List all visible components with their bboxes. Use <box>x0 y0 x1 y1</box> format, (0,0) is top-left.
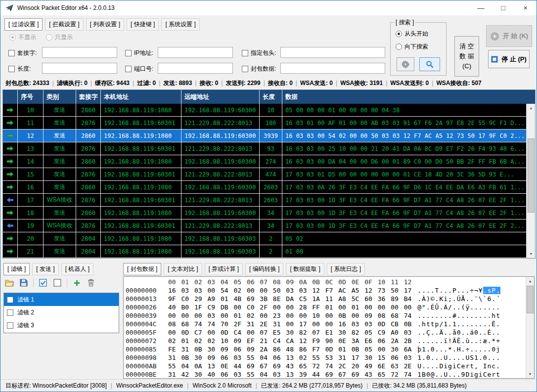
table-row[interactable]: 14发送2860192.168.88.119:1080192.168.88.11… <box>3 155 527 168</box>
hex-scrollbar[interactable]: ▲ ▼ <box>526 277 534 378</box>
search-button[interactable] <box>419 57 440 71</box>
hex-ascii[interactable]: 1.0...U....US1.0... <box>417 353 500 362</box>
tab-send[interactable]: [ 发送 ] <box>32 263 58 275</box>
hex-bytes[interactable]: 02 01 02 02 10 09 EF 21 C4 CA 12 F9 90 0… <box>168 337 411 345</box>
stop-button[interactable]: 停 止 (P) <box>488 50 530 68</box>
hex-ascii[interactable]: U....DigiCert, Inc. <box>417 362 500 370</box>
checkbox-packet-data[interactable] <box>242 66 248 72</box>
hex-offset[interactable]: 0000004C <box>126 320 168 328</box>
checkbox-length[interactable] <box>8 66 15 72</box>
table-row[interactable]: 11发送2876192.168.88.119:60301121.229.88.2… <box>3 117 527 130</box>
scroll-up-icon[interactable]: ▲ <box>526 277 534 285</box>
hex-ascii[interactable]: .http/1.1........Ë. <box>417 320 500 328</box>
hex-ascii[interactable]: @°.ÉÛ.À/..(ÿ....... <box>417 303 500 311</box>
hex-ascii[interactable]: ....T...P...÷¬¥.sP. <box>417 286 500 295</box>
table-row[interactable]: 18发送2860192.168.88.119:1080192.168.88.11… <box>3 207 527 219</box>
filter-list-item[interactable]: 滤镜 3 <box>4 319 119 332</box>
tab-robot[interactable]: [ 机器人 ] <box>61 263 93 275</box>
hex-offset[interactable]: 00000013 <box>126 295 168 303</box>
table-row[interactable]: 15发送2876192.168.88.119:60301121.229.88.2… <box>3 168 527 181</box>
table-row[interactable]: 10发送2860192.168.88.119:1080192.168.88.11… <box>3 104 527 117</box>
table-row[interactable]: 13发送2876192.168.88.119:60301121.229.88.2… <box>3 142 527 155</box>
hex-offset[interactable]: 00000072 <box>126 337 168 345</box>
checked-box-icon[interactable] <box>38 278 48 288</box>
table-row[interactable]: 19WSA接收2876192.168.88.119:60301121.229.8… <box>3 219 527 232</box>
hex-ascii[interactable]: ..Ç..Ä..å0..á0..É.. <box>417 328 500 337</box>
input-ip-address[interactable] <box>158 47 233 58</box>
trash-icon[interactable] <box>86 278 96 288</box>
hex-offset[interactable]: 00000039 <box>126 311 168 320</box>
maximize-button[interactable]: □ <box>492 0 514 15</box>
input-port[interactable] <box>158 63 233 74</box>
tab-packet-data[interactable]: [ 封包数据 ] <box>123 263 161 275</box>
start-button[interactable]: 开 始 (K) <box>486 25 532 47</box>
scrollbar-thumb[interactable] <box>528 138 535 213</box>
hex-bytes[interactable]: 31 0B 30 09 06 03 55 04 06 13 02 55 53 3… <box>168 353 411 362</box>
scroll-up-icon[interactable]: ▲ <box>527 104 535 112</box>
input-length[interactable] <box>42 63 117 74</box>
clear-data-button[interactable]: 清 空 数 据 (C) <box>454 36 479 77</box>
unchecked-box-icon[interactable] <box>7 297 13 303</box>
radio-show-only[interactable]: 只显示 <box>46 33 73 42</box>
filter-list-item[interactable]: 滤镜 1 <box>4 293 119 306</box>
input-packet-data[interactable] <box>280 63 385 74</box>
table-row[interactable]: 17WSA接收2876192.168.88.119:60301121.229.8… <box>3 194 527 207</box>
hex-ascii[interactable]: þ1.0...*.H.÷.....0j <box>417 345 500 353</box>
hex-offset[interactable]: 00000000 <box>126 286 168 295</box>
hex-offset[interactable]: 0000005F <box>126 328 168 337</box>
hex-ascii[interactable]: ......ï!ÄÊ.ù..:æ.*+ <box>417 337 500 345</box>
tab-system-log[interactable]: [ 系统日志 ] <box>327 263 365 275</box>
table-row[interactable]: 12发送2860192.168.88.119:1080192.168.88.11… <box>3 130 527 142</box>
hex-ascii[interactable]: .À)©.Ki;.ÚÅ..¨\`6.´ <box>417 295 500 303</box>
add-plus-icon[interactable] <box>72 278 82 288</box>
hex-view[interactable]: 00 01 02 03 04 05 06 07 08 09 0A 0B 0C 0… <box>123 276 535 379</box>
save-icon[interactable] <box>19 278 29 288</box>
scroll-down-icon[interactable]: ▼ <box>527 250 535 258</box>
hex-offset[interactable]: 00000085 <box>126 345 168 353</box>
hex-bytes[interactable]: 00 0D C7 00 0D C4 00 07 E5 30 82 07 E1 3… <box>168 328 411 337</box>
radio-search-downward[interactable]: 向下搜索 <box>396 43 428 51</box>
close-button[interactable]: × <box>514 0 537 15</box>
hex-ascii[interactable]: ........#........ht <box>417 311 500 320</box>
hex-bytes[interactable]: 00 00 00 03 00 01 02 00 23 00 00 10 00 0… <box>168 311 411 320</box>
hex-offset[interactable]: 000000BE <box>126 370 168 379</box>
unchecked-box-icon[interactable] <box>52 278 62 288</box>
tab-filters[interactable]: [ 滤镜 ] <box>3 263 30 275</box>
packet-table-scrollbar[interactable]: ▲ ▼ <box>527 104 535 258</box>
hex-ascii[interactable]: 1B0@..U...9DigiCert <box>417 370 500 379</box>
tab-text-compare[interactable]: [ 文本对比 ] <box>164 263 202 275</box>
table-row[interactable]: 21发送2804192.168.88.119:1080192.168.88.11… <box>3 245 527 258</box>
hex-bytes[interactable]: 08 68 74 74 70 2F 31 2E 31 00 17 00 00 1… <box>168 320 411 328</box>
checkbox-port[interactable] <box>125 66 132 72</box>
table-row[interactable]: 16发送2860192.168.88.119:1080192.168.88.11… <box>3 181 527 194</box>
hex-column-header: 00 01 02 03 04 05 06 07 08 09 0A 0B 0C 0… <box>168 278 411 286</box>
table-row[interactable]: 20发送2804192.168.88.119:1080192.168.88.11… <box>3 232 527 245</box>
hex-bytes[interactable]: 40 B0 1F C9 DB 00 C0 2F 00 00 28 FF 01 0… <box>168 303 411 311</box>
hex-bytes[interactable]: FE 31 0B 30 09 06 09 2A 86 48 86 F7 0D 0… <box>168 345 411 353</box>
radio-search-from-start[interactable]: 从头开始 <box>396 30 428 38</box>
open-folder-icon[interactable] <box>4 278 14 288</box>
tab-encoding-convert[interactable]: [ 编码转换 ] <box>245 263 283 275</box>
input-packet-header[interactable] <box>280 47 385 58</box>
hex-offset[interactable]: 00000026 <box>126 303 168 311</box>
scroll-down-icon[interactable]: ▼ <box>526 370 534 378</box>
search-settings-button[interactable] <box>397 57 414 71</box>
hex-offset[interactable]: 00000098 <box>126 353 168 362</box>
scrollbar-thumb[interactable] <box>527 286 534 313</box>
unchecked-box-icon[interactable] <box>7 322 13 329</box>
checkbox-socket[interactable] <box>8 50 15 56</box>
radio-hide[interactable]: 不显示 <box>9 33 36 42</box>
tab-xor-calc[interactable]: [ 异或计算 ] <box>205 263 243 275</box>
checkbox-packet-header[interactable] <box>242 50 248 56</box>
minimize-button[interactable]: — <box>470 0 492 15</box>
tab-data-extract[interactable]: [ 数据提取 ] <box>286 263 324 275</box>
hex-bytes[interactable]: 16 03 03 00 54 02 00 00 50 03 03 12 F7 A… <box>168 286 411 295</box>
hex-bytes[interactable]: 55 04 0A 13 0E 44 69 67 69 43 65 72 74 2… <box>168 362 411 370</box>
filter-list-item[interactable]: 滤镜 2 <box>4 306 119 319</box>
hex-bytes[interactable]: 31 42 30 40 06 03 55 04 03 13 39 44 69 6… <box>168 370 411 379</box>
checkbox-ip-address[interactable] <box>125 50 132 56</box>
input-socket[interactable] <box>42 47 117 58</box>
hex-bytes[interactable]: 9F C0 29 A9 01 4B 69 3B 8E DA C5 1A 11 A… <box>168 295 411 303</box>
unchecked-box-icon[interactable] <box>7 309 13 316</box>
hex-offset[interactable]: 000000AB <box>126 362 168 370</box>
